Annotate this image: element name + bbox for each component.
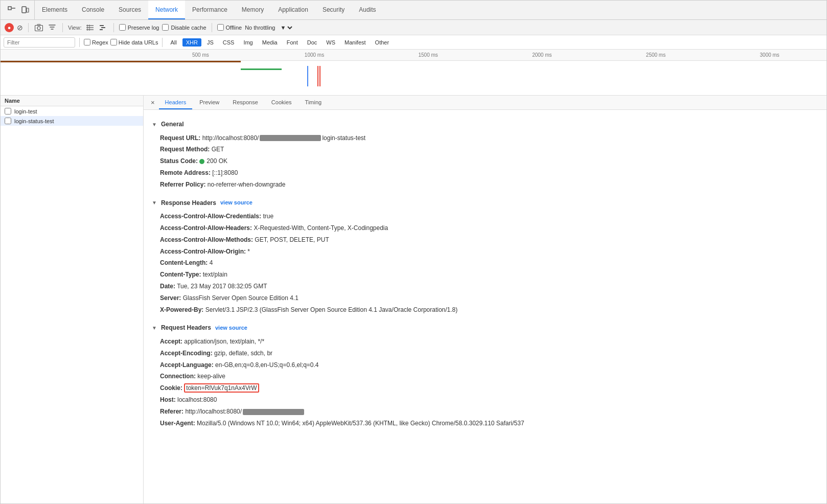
offline-checkbox[interactable] <box>217 24 224 31</box>
waterfall-icon[interactable] <box>98 22 108 33</box>
disable-cache-checkbox[interactable] <box>162 24 169 31</box>
request-url-suffix: login-status-test <box>322 134 365 142</box>
device-toolbar-icon[interactable] <box>20 5 30 15</box>
filter-js-btn[interactable]: JS <box>203 38 217 47</box>
details-content: ▼ General Request URL: http://localhost:… <box>144 110 826 433</box>
reqh-val-2: en-GB,en;q=0.8,en-US;q=0.6,el;q=0.4 <box>215 361 318 369</box>
timeline-ruler: 500 ms 1000 ms 1500 ms 2000 ms 2500 ms 3… <box>1 50 826 61</box>
general-section-header: ▼ General <box>152 119 818 130</box>
rh-val-3: * <box>247 248 250 255</box>
rh-val-7-text: GlassFish Server Open Source Edition 4.1 <box>183 294 298 302</box>
list-view-icon[interactable] <box>85 22 95 33</box>
rh-row-3: Access-Control-Allow-Origin: * <box>160 246 818 258</box>
request-checkbox-1[interactable] <box>5 118 11 124</box>
devtools-window: Elements Console Sources Network Perform… <box>0 0 827 504</box>
response-headers-view-source[interactable]: view source <box>220 198 252 208</box>
rh-val-0-text: true <box>263 213 273 220</box>
list-item[interactable]: login-test <box>1 106 143 116</box>
reqh-key-3: Connection: <box>160 373 196 380</box>
preserve-log-check[interactable]: Preserve log <box>119 24 159 31</box>
reqh-key-6: Referer: <box>160 408 183 415</box>
tab-audits[interactable]: Audits <box>352 1 383 19</box>
svg-rect-6 <box>37 24 40 26</box>
list-item[interactable]: login-status-test <box>1 116 143 126</box>
rh-val-6-text: Tue, 23 May 2017 08:32:05 GMT <box>177 283 267 290</box>
request-url-row: Request URL: http://localhost:8080/login… <box>160 132 818 144</box>
filter-doc-btn[interactable]: Doc <box>304 38 321 47</box>
request-headers-title: Request Headers <box>161 323 211 334</box>
network-toolbar: ● ⊘ View: <box>1 20 826 35</box>
tab-cookies[interactable]: Cookies <box>265 96 298 109</box>
filter-ws-btn[interactable]: WS <box>323 38 339 47</box>
filter-divider-1 <box>79 38 80 47</box>
inspect-icon[interactable] <box>7 5 17 15</box>
tab-timing[interactable]: Timing <box>299 96 328 109</box>
camera-icon[interactable] <box>34 22 44 33</box>
toolbar-icons <box>3 1 35 19</box>
hide-data-urls-checkbox[interactable] <box>110 39 117 45</box>
reqh-key-5: Host: <box>160 396 176 403</box>
request-name-1: login-status-test <box>14 118 54 124</box>
tab-console[interactable]: Console <box>75 1 111 19</box>
filter-all-btn[interactable]: All <box>167 38 180 47</box>
filter-img-btn[interactable]: Img <box>240 38 256 47</box>
filter-input[interactable] <box>4 37 75 48</box>
tab-elements[interactable]: Elements <box>35 1 75 19</box>
request-headers-view-source[interactable]: view source <box>215 323 247 333</box>
clear-button[interactable]: ⊘ <box>17 24 23 32</box>
svg-rect-3 <box>27 8 29 12</box>
tab-network[interactable]: Network <box>148 1 185 19</box>
rh-val-1: X-Requested-With, Content-Type, X-Coding… <box>254 224 388 232</box>
throttle-select[interactable]: ▼ <box>278 24 294 31</box>
ruler-2000: 2000 ms <box>485 52 599 58</box>
rh-key-4: Content-Length: <box>160 259 208 266</box>
tab-security[interactable]: Security <box>315 1 352 19</box>
tab-preview[interactable]: Preview <box>193 96 225 109</box>
request-checkbox-0[interactable] <box>5 108 11 114</box>
filter-icon[interactable] <box>47 22 57 33</box>
rh-key-8: X-Powered-By: <box>160 306 203 313</box>
record-button[interactable]: ● <box>5 23 14 32</box>
preserve-log-checkbox[interactable] <box>119 24 126 31</box>
rh-val-4-text: 4 <box>210 259 213 266</box>
timeline-line-red2 <box>319 66 320 86</box>
reqh-val-5-text: localhost:8080 <box>177 396 217 403</box>
tab-performance[interactable]: Performance <box>185 1 235 19</box>
request-method-value: GET <box>212 146 224 153</box>
regex-checkbox[interactable] <box>84 39 90 45</box>
filter-media-btn[interactable]: Media <box>259 38 281 47</box>
rh-val-8-text: Servlet/3.1 JSP/2.3 (GlassFish Server Op… <box>205 306 458 313</box>
filter-font-btn[interactable]: Font <box>283 38 302 47</box>
tab-application[interactable]: Application <box>271 1 315 19</box>
hide-data-urls-check[interactable]: Hide data URLs <box>110 39 158 45</box>
rh-row-0: Access-Control-Allow-Credentials: true <box>160 211 818 222</box>
reqh-row-3: Connection: keep-alive <box>160 371 818 382</box>
reqh-val-3-text: keep-alive <box>197 373 225 380</box>
rh-row-1: Access-Control-Allow-Headers: X-Requeste… <box>160 222 818 234</box>
general-title: General <box>161 119 184 130</box>
ruler-1500: 1500 ms <box>371 52 485 58</box>
reqh-val-3: keep-alive <box>197 373 225 380</box>
filter-css-btn[interactable]: CSS <box>219 38 238 47</box>
rh-val-3-text: * <box>247 248 250 255</box>
offline-check[interactable]: Offline <box>217 24 242 31</box>
timeline-canvas[interactable] <box>1 61 826 95</box>
timeline-area: 500 ms 1000 ms 1500 ms 2000 ms 2500 ms 3… <box>1 50 826 96</box>
tab-memory[interactable]: Memory <box>235 1 271 19</box>
response-headers-section-header: ▼ Response Headers view source <box>152 198 818 209</box>
details-panel: × Headers Preview Response Cookies Timin… <box>144 96 826 503</box>
tab-sources[interactable]: Sources <box>111 1 148 19</box>
tab-headers[interactable]: Headers <box>159 96 193 109</box>
toolbar-divider-4 <box>212 23 212 32</box>
tab-response[interactable]: Response <box>226 96 264 109</box>
regex-check[interactable]: Regex <box>84 39 108 45</box>
cookie-value-highlight: token=RlVuk7q1nAx4VrW <box>184 383 259 393</box>
reqh-key-7: User-Agent: <box>160 420 195 427</box>
filter-other-btn[interactable]: Other <box>372 38 393 47</box>
rh-val-5-text: text/plain <box>203 271 227 278</box>
filter-xhr-btn[interactable]: XHR <box>182 38 201 47</box>
filter-manifest-btn[interactable]: Manifest <box>341 38 370 47</box>
disable-cache-check[interactable]: Disable cache <box>162 24 206 31</box>
reqh-key-2: Accept-Language: <box>160 361 214 369</box>
close-details-button[interactable]: × <box>148 99 158 106</box>
